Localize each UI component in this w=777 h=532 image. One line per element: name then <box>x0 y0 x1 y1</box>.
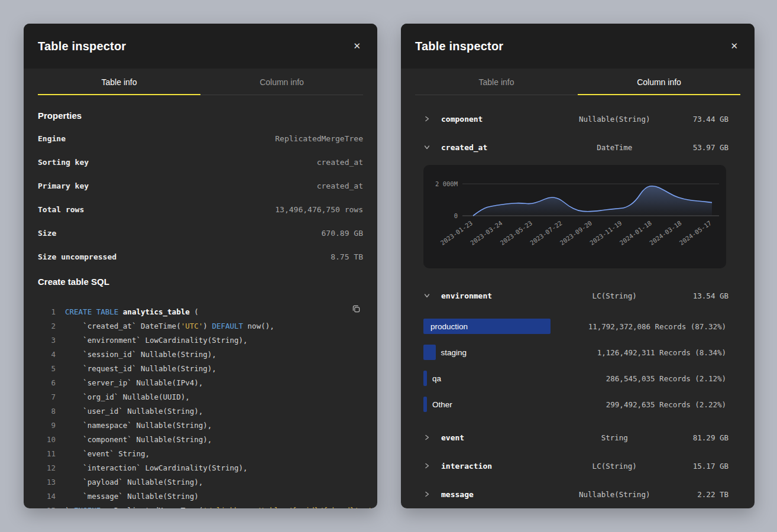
code-text: `user_id` Nullable(String), <box>65 407 203 416</box>
distribution-row-other: Other 299,492,635 Records (2.22%) <box>423 391 726 417</box>
column-row-environment[interactable]: environment LC(String) 13.54 GB <box>423 281 729 310</box>
modal-title: Table inspector <box>415 40 503 53</box>
column-row-created-at[interactable]: created_at DateTime 53.97 GB <box>423 133 729 161</box>
column-row-interaction[interactable]: interaction LC(String) 15.17 GB <box>423 452 729 480</box>
column-type: LC(String) <box>557 462 673 471</box>
panel-body: Properties Engine ReplicatedMergeTree So… <box>24 111 377 508</box>
svg-text:2023-03-24: 2023-03-24 <box>469 219 504 246</box>
svg-text:2 000M: 2 000M <box>435 180 458 187</box>
value-label: production <box>430 322 468 331</box>
column-list: component Nullable(String) 73.44 GB crea… <box>401 95 755 508</box>
column-row-message[interactable]: message Nullable(String) 2.22 TB <box>423 480 729 508</box>
svg-text:2024-03-18: 2024-03-18 <box>648 219 683 246</box>
column-name: created_at <box>441 143 557 152</box>
property-row-primary-key: Primary key created_at <box>38 174 363 197</box>
sql-code-block: 1 CREATE TABLE analytics_table ( 2 `crea… <box>38 304 363 508</box>
table-inspector-modal-table-info: Table inspector ✕ Table infoColumn info … <box>24 24 377 508</box>
line-number: 10 <box>38 435 56 444</box>
property-label: Sorting key <box>38 158 89 167</box>
sql-heading: Create table SQL <box>38 277 363 287</box>
code-line: 1 CREATE TABLE analytics_table ( <box>38 304 363 319</box>
copy-icon[interactable] <box>349 302 363 317</box>
tab-label: Table info <box>102 77 137 87</box>
code-text: `environment` LowCardinality(String), <box>65 336 248 345</box>
column-type: String <box>557 433 673 442</box>
svg-text:2023-01-23: 2023-01-23 <box>439 219 474 246</box>
svg-text:2024-05-17: 2024-05-17 <box>678 219 713 246</box>
tab-label: Column info <box>260 77 304 87</box>
code-text: `namespace` Nullable(String), <box>65 421 212 430</box>
bar-track: staging <box>423 345 590 360</box>
column-type: DateTime <box>557 143 673 152</box>
tab-column-info[interactable]: Column info <box>200 69 363 95</box>
tab-table-info[interactable]: Table info <box>415 69 578 95</box>
column-type: LC(String) <box>557 291 673 300</box>
table-inspector-modal-column-info: Table inspector ✕ Table infoColumn info … <box>401 24 755 508</box>
svg-text:0: 0 <box>454 212 458 219</box>
bar-track: Other <box>423 397 599 412</box>
column-name: interaction <box>441 462 557 471</box>
line-number: 12 <box>38 463 56 472</box>
code-line: 5 `request_id` Nullable(String), <box>38 361 363 375</box>
chevron-icon <box>423 115 434 122</box>
close-icon[interactable]: ✕ <box>728 40 740 53</box>
column-name: message <box>441 490 557 499</box>
line-number: 15 <box>38 506 56 509</box>
bar-track: production <box>423 319 581 334</box>
code-text: `component` Nullable(String), <box>65 435 212 444</box>
value-records: 299,492,635 Records (2.22%) <box>606 400 726 409</box>
property-value: ReplicatedMergeTree <box>275 134 363 143</box>
tab-table-info[interactable]: Table info <box>38 69 200 95</box>
code-line: 13 `payload` Nullable(String), <box>38 475 363 489</box>
line-number: 11 <box>38 449 56 458</box>
tab-column-info[interactable]: Column info <box>578 69 740 95</box>
bar-track: qa <box>423 371 599 386</box>
line-number: 7 <box>38 392 56 401</box>
close-icon[interactable]: ✕ <box>351 40 363 53</box>
column-name: event <box>441 433 557 442</box>
property-value: 8.75 TB <box>331 252 363 261</box>
value-records: 1,126,492,311 Records (8.34%) <box>597 348 726 357</box>
line-number: 8 <box>38 407 56 416</box>
property-label: Size uncompressed <box>38 252 116 261</box>
property-row-size: Size 670.89 GB <box>38 221 363 245</box>
column-size: 2.22 TB <box>672 490 729 499</box>
code-text: `created_at` DateTime('UTC') DEFAULT now… <box>65 322 274 330</box>
svg-text:2023-05-23: 2023-05-23 <box>498 219 533 246</box>
created-at-histogram-chart: 2 000M02023-01-232023-03-242023-05-23202… <box>423 165 726 268</box>
column-row-component[interactable]: component Nullable(String) 73.44 GB <box>423 105 729 133</box>
value-records: 11,792,372,086 Records (87.32%) <box>588 322 726 331</box>
distribution-row-staging: staging 1,126,492,311 Records (8.34%) <box>423 339 726 365</box>
code-line: 8 `user_id` Nullable(String), <box>38 404 363 418</box>
code-text: `server_ip` Nullable(IPv4), <box>65 378 203 387</box>
property-label: Size <box>38 229 56 238</box>
property-label: Total rows <box>38 205 84 214</box>
distribution-row-production: production 11,792,372,086 Records (87.32… <box>423 313 726 339</box>
property-value: 670.89 GB <box>322 229 363 238</box>
column-size: 53.97 GB <box>672 143 729 152</box>
value-records: 286,545,035 Records (2.12%) <box>606 374 726 383</box>
column-type: Nullable(String) <box>557 490 673 499</box>
code-text: `message` Nullable(String) <box>65 492 199 501</box>
code-text: ) ENGINE = ReplicatedMergeTree('/clickho… <box>65 506 377 509</box>
tab-bar: Table infoColumn info <box>415 69 740 95</box>
line-number: 2 <box>38 322 56 330</box>
code-line: 4 `session_id` Nullable(String), <box>38 347 363 361</box>
chevron-icon <box>423 434 434 441</box>
tab-label: Column info <box>637 77 681 87</box>
code-line: 14 `message` Nullable(String) <box>38 489 363 503</box>
code-line: 15 ) ENGINE = ReplicatedMergeTree('/clic… <box>38 503 363 508</box>
code-text: `payload` Nullable(String), <box>65 478 203 486</box>
line-number: 5 <box>38 364 56 373</box>
svg-text:2023-11-19: 2023-11-19 <box>588 219 623 246</box>
value-bar <box>423 345 436 360</box>
svg-text:2023-07-22: 2023-07-22 <box>529 219 564 246</box>
chevron-icon <box>423 292 434 299</box>
chevron-icon <box>423 144 434 151</box>
column-size: 15.17 GB <box>672 462 729 471</box>
code-text: `request_id` Nullable(String), <box>65 364 216 373</box>
chevron-icon <box>423 462 434 469</box>
column-name: environment <box>441 291 557 300</box>
column-row-event[interactable]: event String 81.29 GB <box>423 423 729 452</box>
property-row-size-uncompressed: Size uncompressed 8.75 TB <box>38 245 363 268</box>
